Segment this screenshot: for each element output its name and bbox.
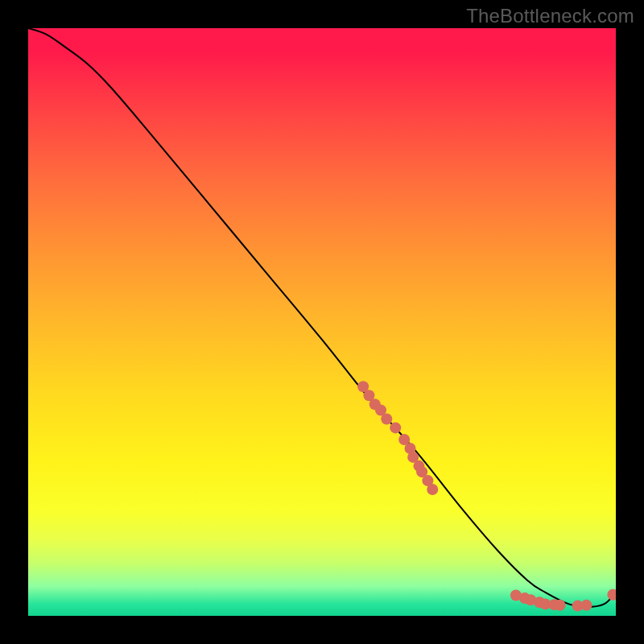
highlight-dot bbox=[427, 484, 438, 495]
highlight-dot bbox=[407, 452, 419, 463]
highlight-dot bbox=[581, 600, 592, 611]
highlight-dot bbox=[555, 600, 566, 611]
highlight-dot bbox=[539, 598, 551, 609]
highlight-dot bbox=[405, 443, 416, 454]
highlight-dot bbox=[607, 589, 616, 601]
highlight-dot bbox=[519, 592, 530, 604]
highlight-dot bbox=[572, 601, 584, 612]
highlight-dot bbox=[525, 594, 536, 605]
bottleneck-curve bbox=[28, 28, 616, 607]
chart-frame: TheBottleneck.com bbox=[0, 0, 644, 644]
highlight-dot bbox=[416, 466, 427, 477]
highlight-dot bbox=[422, 475, 433, 486]
chart-svg bbox=[28, 28, 616, 616]
plot-area bbox=[28, 28, 616, 616]
highlight-dot bbox=[390, 422, 401, 433]
watermark-text: TheBottleneck.com bbox=[466, 5, 634, 27]
highlight-dot bbox=[534, 597, 545, 608]
highlight-dot bbox=[369, 398, 381, 410]
highlight-dot bbox=[398, 434, 410, 445]
highlight-dot bbox=[548, 599, 559, 610]
highlight-dot bbox=[510, 589, 522, 601]
highlight-dot bbox=[381, 413, 392, 424]
highlight-dot bbox=[357, 381, 369, 392]
highlight-dot bbox=[375, 405, 386, 416]
highlight-dots bbox=[357, 381, 616, 611]
highlight-dot bbox=[363, 390, 374, 401]
highlight-dot bbox=[413, 460, 424, 472]
